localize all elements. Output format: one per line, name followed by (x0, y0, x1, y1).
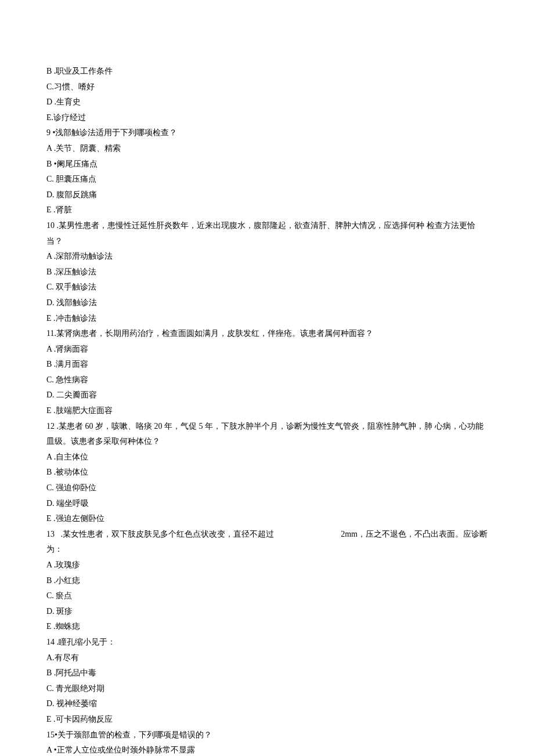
text-line: 9 •浅部触诊法适用于下列哪项检查？ (46, 125, 488, 141)
text-line: 11.某肾病患者，长期用药治疗，检查面圆如满月，皮肤发红，伴痤疮。该患者属何种面… (46, 326, 488, 342)
text-line: A .深部滑动触诊法 (46, 249, 488, 265)
text-line: A .肾病面容 (46, 342, 488, 357)
text-line: A .关节、阴囊、精索 (46, 141, 488, 157)
text-line: B .深压触诊法 (46, 265, 488, 280)
text-line: D. 腹部反跳痛 (46, 187, 488, 203)
text-line: E .肾脏 (46, 202, 488, 218)
text-line: C. 胆囊压痛点 (46, 172, 488, 187)
text-line: C. 双手触诊法 (46, 280, 488, 295)
text-line: E .蜘蛛痣 (46, 619, 488, 635)
text-line: A.有尽有 (46, 650, 488, 666)
text-line: E .强迫左侧卧位 (46, 511, 488, 527)
text-line: A .自主体位 (46, 450, 488, 465)
text-segment: 2mm，压之不退色，不凸出表面。应诊断 (341, 527, 488, 542)
text-line: B .阿托品中毒 (46, 665, 488, 681)
text-line: B .被动体位 (46, 465, 488, 480)
text-line: B •阑尾压痛点 (46, 157, 488, 172)
text-line: E.诊疗经过 (46, 110, 488, 126)
text-gap (274, 527, 341, 542)
text-line: D. 浅部触诊法 (46, 295, 488, 311)
text-line: 10 .某男性患者，患慢性迁延性肝炎数年，近来出现腹水，腹部隆起，欲查清肝、脾肿… (46, 218, 488, 249)
text-line: E .可卡因药物反应 (46, 712, 488, 728)
text-line: 为： (46, 542, 488, 558)
text-line: C. 青光眼绝对期 (46, 681, 488, 697)
text-line: D. 二尖瓣面容 (46, 388, 488, 403)
text-line: D. 斑疹 (46, 604, 488, 620)
text-line: 14 .瞳孔缩小见于： (46, 635, 488, 650)
text-segment: 13 .某女性患者，双下肢皮肤见多个红色点状改变，直径不超过 (46, 527, 274, 542)
text-line: 13 .某女性患者，双下肢皮肤见多个红色点状改变，直径不超过2mm，压之不退色，… (46, 527, 488, 542)
text-line: E .冲击触诊法 (46, 311, 488, 327)
text-line: E .肢端肥大症面容 (46, 403, 488, 419)
text-line: 15•关于颈部血管的检查，下列哪项是错误的？ (46, 728, 488, 743)
text-line: D. 端坐呼吸 (46, 496, 488, 512)
text-line: 12 .某患者 60 岁，咳嗽、咯痰 20 年，气促 5 年，下肢水肿半个月，诊… (46, 419, 488, 450)
text-line: C. 强迫仰卧位 (46, 480, 488, 496)
text-line: C.习惯、嗜好 (46, 79, 488, 95)
text-line: A •正常人立位或坐位时颈外静脉常不显露 (46, 743, 488, 756)
text-line: D .生育史 (46, 95, 488, 110)
text-line: C. 急性病容 (46, 372, 488, 388)
text-line: C. 瘀点 (46, 588, 488, 604)
text-line: D. 视神经萎缩 (46, 696, 488, 712)
text-line: B .小红痣 (46, 573, 488, 589)
text-line: B .职业及工作条件 (46, 64, 488, 79)
text-line: A .玫瑰疹 (46, 558, 488, 573)
text-line: B .满月面容 (46, 357, 488, 372)
